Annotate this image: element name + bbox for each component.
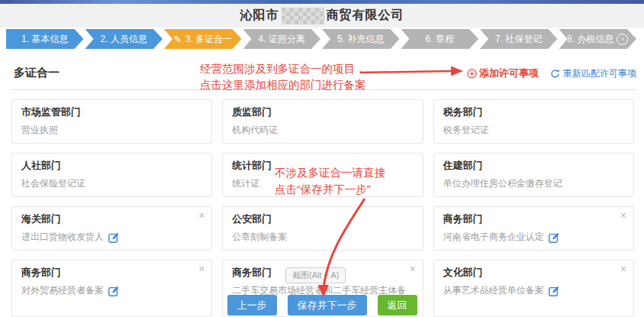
card-department: 税务部门	[443, 105, 624, 119]
license-card: × 税务部门 税务登记证	[433, 99, 634, 144]
step-label: 5. 补充信息	[337, 33, 384, 46]
wizard-step[interactable]: ✎ 4. 证照分离 ›	[243, 29, 321, 49]
card-license-name: 社会保险登记证	[21, 177, 85, 190]
step-label: 3. 多证合一	[185, 33, 232, 46]
step-label: 1. 基本信息	[21, 33, 68, 46]
step-label: 6. 章程	[426, 33, 454, 46]
wizard-step[interactable]: ✎ 8. 办税信息 ›	[559, 29, 637, 49]
card-department: 海关部门	[21, 212, 202, 226]
wizard-step[interactable]: ✎ 6. 章程 ›	[401, 29, 479, 49]
step-wizard: ✎ 1. 基本信息 › ✎ 2. 人员信息 › ✎ 3. 多证合一 › ✎ 4.…	[6, 29, 638, 49]
license-card: × 人社部门 社会保险登记证	[11, 153, 212, 197]
pen-square-icon[interactable]	[549, 232, 559, 243]
wizard-step[interactable]: ✎ 2. 人员信息 ›	[85, 29, 163, 49]
rematch-license-link[interactable]: 重新匹配许可事项	[550, 67, 636, 80]
card-department: 商务部门	[443, 212, 624, 226]
card-department: 住建部门	[443, 159, 624, 173]
card-license-name: 统计证	[232, 177, 259, 190]
card-department: 文化部门	[443, 266, 624, 280]
license-card: × 海关部门 进出口货物收发货人	[11, 206, 212, 251]
pen-square-icon[interactable]	[108, 232, 119, 243]
card-license-name: 进出口货物收发货人	[21, 231, 104, 244]
add-license-link[interactable]: 添加许可事项	[467, 66, 539, 80]
save-next-button[interactable]: 保存并下一步	[288, 295, 367, 315]
chevron-right-circle-icon: ›	[617, 34, 628, 45]
card-license-name: 单位办理住房公积金缴存登记	[443, 177, 562, 190]
license-card: × 质监部门 机构代码证	[222, 99, 423, 144]
license-card: × 公安部门 公章刻制备案	[222, 206, 423, 251]
annotation-top-line1: 经营范围涉及到多证合一的项目，	[200, 61, 366, 77]
close-icon[interactable]: ×	[198, 264, 204, 274]
annotation-bottom-line2: 点击“保存并下一步”	[275, 181, 385, 198]
card-license-name: 公章刻制备案	[232, 231, 287, 244]
company-name-suffix: 商贸有限公司	[327, 8, 404, 24]
wizard-step[interactable]: ✎ 3. 多证合一 ›	[164, 29, 242, 49]
card-department: 公安部门	[232, 212, 413, 226]
wizard-step[interactable]: ✎ 5. 补充信息 ›	[322, 29, 400, 49]
annotation-top: 经营范围涉及到多证合一的项目， 点击这里添加相应的部门进行备案	[200, 61, 366, 93]
close-icon[interactable]: ×	[409, 264, 415, 274]
license-card-grid: × 市场监管部门 营业执照 × 质监部门 机构代码证 × 税务部门 税务登记证 …	[11, 99, 634, 317]
add-license-label: 添加许可事项	[479, 66, 539, 80]
card-department: 市场监管部门	[21, 105, 202, 119]
wizard-step[interactable]: ✎ 7. 社保登记 ›	[480, 29, 558, 49]
card-license-name: 税务登记证	[443, 124, 489, 137]
close-icon[interactable]: ×	[198, 210, 204, 221]
refresh-icon	[550, 69, 560, 79]
step-label: 7. 社保登记	[495, 33, 542, 46]
license-card: × 住建部门 单位办理住房公积金缴存登记	[433, 153, 634, 197]
step-label: 8. 办税信息	[567, 33, 613, 46]
pencil-icon: ✎	[173, 34, 182, 45]
page-title: 多证合一	[14, 66, 60, 80]
card-department: 商务部门	[21, 266, 202, 280]
wizard-step[interactable]: ✎ 1. 基本信息 ›	[6, 29, 84, 49]
step-label: 2. 人员信息	[101, 33, 147, 46]
redacted-mosaic	[282, 8, 324, 24]
back-button[interactable]: 返回	[378, 295, 417, 315]
company-name-prefix: 沁阳市	[240, 8, 279, 24]
page-header: 沁阳市商贸有限公司	[0, 4, 644, 27]
annotation-bottom-line1: 不涉及多证合一请直接	[275, 164, 385, 181]
close-icon[interactable]: ×	[620, 264, 626, 274]
card-license-name: 河南省电子商务企业认定	[443, 231, 544, 244]
card-license-name: 营业执照	[21, 124, 58, 137]
plus-circle-icon	[467, 69, 477, 79]
rematch-license-label: 重新匹配许可事项	[563, 67, 636, 80]
license-card: × 市场监管部门 营业执照	[11, 99, 212, 144]
card-department: 质监部门	[232, 105, 413, 119]
step-label: 4. 证照分离	[259, 33, 305, 46]
annotation-bottom: 不涉及多证合一请直接 点击“保存并下一步”	[275, 164, 385, 198]
prev-step-button[interactable]: 上一步	[227, 295, 277, 315]
close-icon[interactable]: ×	[620, 210, 626, 221]
action-button-bar: 上一步 保存并下一步 返回	[0, 295, 644, 315]
card-license-name: 机构代码证	[232, 124, 278, 137]
license-card: × 商务部门 河南省电子商务企业认定	[433, 206, 634, 251]
annotation-top-line2: 点击这里添加相应的部门进行备案	[200, 77, 366, 93]
card-department: 人社部门	[21, 159, 202, 173]
screenshot-tooltip: 截图(Alt + A)	[285, 267, 346, 283]
